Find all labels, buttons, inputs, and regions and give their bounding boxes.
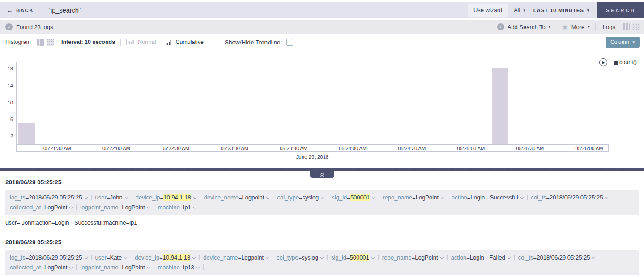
- field-separator: [200, 195, 200, 200]
- log-field-col_type[interactable]: col_type=syslog: [277, 194, 324, 201]
- chevron-down-icon: ▾: [632, 40, 635, 44]
- logpoint-search-app: ← BACK `ip_search` Use wizard All ▾ LAST…: [0, 2, 644, 277]
- log-field-col_ts[interactable]: col_ts=2018/06/29 05:25:25: [531, 194, 609, 201]
- log-field-user[interactable]: user=John: [95, 194, 128, 201]
- chart-type-dropdown[interactable]: Column ▾: [606, 37, 640, 48]
- log-field-device_name[interactable]: device_name=Logpoint: [203, 254, 269, 261]
- log-field-user[interactable]: user=Kate: [95, 254, 128, 261]
- log-field-machine[interactable]: machine=lp1: [158, 204, 196, 211]
- field-key: log_ts: [10, 194, 26, 201]
- chevron-down-icon: [508, 256, 511, 259]
- log-entry: 2018/06/29 05:25:25log_ts=2018/06/29 05:…: [5, 179, 639, 226]
- log-field-repo_name[interactable]: repo_name=LogPoint: [383, 194, 444, 201]
- x-axis-date-label: June 29, 2018: [16, 154, 609, 160]
- log-field-log_ts[interactable]: log_ts=2018/06/29 05:25:25: [10, 254, 88, 261]
- log-fields-row: log_ts=2018/06/29 05:25:25user=Katedevic…: [5, 250, 639, 275]
- repo-scope-dropdown[interactable]: All ▾: [514, 7, 525, 13]
- field-key: col_type: [277, 194, 299, 201]
- x-axis-tick-label: 05:24:30 AM: [398, 146, 426, 151]
- status-bar: ✓ Found 23 logs + Add Search To ▾ ★ More…: [0, 20, 644, 34]
- log-list: 2018/06/29 05:25:25log_ts=2018/06/29 05:…: [0, 171, 644, 277]
- chevron-down-icon: [125, 196, 128, 199]
- chevron-down-icon: [605, 196, 608, 199]
- log-field-sig_id[interactable]: sig_id=500001: [332, 194, 375, 201]
- chevron-down-icon: [147, 206, 150, 209]
- cumulative-mode-button[interactable]: Cumulative: [166, 39, 204, 45]
- time-range-value: LAST 10 MINUTES: [533, 8, 584, 13]
- field-separator: [132, 195, 132, 200]
- field-equals: =: [239, 194, 242, 201]
- collapse-histogram-button[interactable]: [310, 171, 334, 178]
- chevron-down-icon: [124, 256, 127, 259]
- time-range-dropdown[interactable]: LAST 10 MINUTES ▾: [533, 8, 589, 13]
- field-value: Kate: [110, 254, 122, 261]
- search-topbar: ← BACK `ip_search` Use wizard All ▾ LAST…: [0, 2, 644, 18]
- log-field-collected_at[interactable]: collected_at=LogPoint: [10, 264, 73, 271]
- field-value: 10.94.1.18: [163, 194, 191, 201]
- found-logs-text: Found 23 logs: [16, 24, 53, 30]
- field-key: sig_id: [331, 254, 346, 261]
- field-separator: [203, 264, 204, 270]
- log-field-collected_at[interactable]: collected_at=LogPoint: [10, 204, 73, 211]
- histogram-bar[interactable]: [18, 123, 35, 144]
- field-key: repo_name: [383, 194, 412, 201]
- use-wizard-link[interactable]: Use wizard: [468, 4, 508, 17]
- star-icon: ★: [562, 23, 568, 31]
- field-equals: =: [298, 254, 302, 261]
- add-search-to-dropdown[interactable]: + Add Search To ▾: [492, 23, 556, 30]
- field-separator: [378, 255, 379, 260]
- field-separator: [91, 255, 92, 260]
- log-field-sig_id[interactable]: sig_id=500001: [331, 254, 375, 261]
- log-field-action[interactable]: action=Login - Successful: [452, 194, 524, 201]
- chevron-down-icon: [266, 196, 269, 199]
- plus-circle-icon: +: [497, 23, 504, 30]
- histogram-bar[interactable]: [492, 68, 508, 144]
- normal-mode-button[interactable]: Normal: [126, 39, 156, 45]
- log-field-machine[interactable]: machine=lp13: [158, 264, 200, 271]
- log-field-logpoint_name[interactable]: logpoint_name=LogPoint: [80, 264, 150, 271]
- histogram-column-view-icon[interactable]: [37, 39, 44, 46]
- trendline-label: Show/Hide Trendline:: [225, 39, 282, 46]
- chevron-down-icon: ▾: [587, 8, 589, 13]
- histogram-grid-view-icon[interactable]: [47, 39, 54, 46]
- field-value: LogPoint: [122, 204, 145, 211]
- search-button[interactable]: SEARCH: [597, 2, 644, 18]
- search-query-input[interactable]: `ip_search`: [48, 7, 468, 14]
- more-dropdown[interactable]: ★ More ▾: [556, 23, 595, 31]
- back-label: BACK: [16, 8, 34, 13]
- log-field-col_ts[interactable]: col_ts=2018/06/29 05:25:25: [518, 254, 596, 261]
- field-value: LogPoint: [415, 254, 438, 261]
- chevron-down-icon: [69, 266, 73, 269]
- panel-divider[interactable]: [0, 168, 644, 171]
- field-equals: =: [41, 264, 44, 271]
- field-key: sig_id: [332, 194, 347, 201]
- log-field-col_type[interactable]: col_type=syslog: [277, 254, 324, 261]
- field-key: action: [451, 254, 467, 261]
- y-axis-tick-label: 2: [1, 134, 13, 139]
- field-separator: [273, 255, 273, 260]
- log-field-logpoint_name[interactable]: logpoint_name=LogPoint: [80, 204, 150, 211]
- log-field-device_ip[interactable]: device_ip=10.94.1.18: [136, 194, 196, 201]
- logs-column-view-icon[interactable]: [623, 23, 630, 30]
- logs-grid-view-icon[interactable]: [632, 23, 640, 30]
- field-separator: [448, 195, 448, 200]
- log-field-repo_name[interactable]: repo_name=LogPoint: [382, 254, 444, 261]
- legend-entry-count[interactable]: count(): [614, 59, 637, 65]
- field-key: col_type: [277, 254, 298, 261]
- histogram-chart: ▶ count() 26101418 05:21:30 AM05:22:00 A…: [0, 50, 644, 161]
- chevron-down-icon: ▾: [549, 25, 551, 29]
- field-value: LogPoint: [122, 264, 145, 271]
- field-equals: =: [41, 204, 44, 211]
- cumulative-label: Cumulative: [175, 39, 204, 45]
- log-field-action[interactable]: action=Login - Failed: [451, 254, 511, 261]
- trendline-checkbox[interactable]: [286, 39, 293, 46]
- log-field-device_ip[interactable]: device_ip=10.94.1.18: [135, 254, 196, 261]
- chevron-down-icon: [441, 196, 444, 199]
- x-axis-tick-label: 05:23:00 AM: [221, 146, 248, 151]
- field-key: collected_at: [10, 204, 41, 211]
- log-field-device_name[interactable]: device_name=Logpoint: [204, 194, 270, 201]
- back-button[interactable]: ← BACK: [6, 6, 34, 14]
- field-key: device_ip: [136, 194, 160, 201]
- statusbar-divider: [595, 23, 596, 31]
- log-field-log_ts[interactable]: log_ts=2018/06/29 05:25:25: [10, 194, 88, 201]
